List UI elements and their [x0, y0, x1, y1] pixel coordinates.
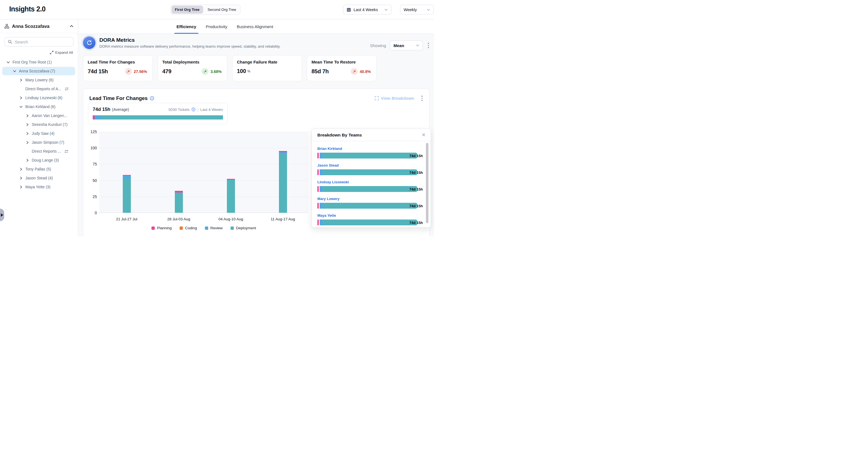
tree-item-label: Mary Lowery (6)	[25, 78, 54, 82]
team-name-link[interactable]: Maya Yette	[317, 213, 336, 217]
legend-item-planning[interactable]: Planning	[151, 226, 172, 230]
tree-item-label: Judy Saw (4)	[32, 131, 55, 136]
x-axis-label-11-aug-17-aug: 11 Aug-17 Aug	[260, 217, 305, 221]
legend-swatch-coding	[180, 227, 183, 230]
legend-item-deployment[interactable]: Deployment	[230, 226, 256, 230]
legend-item-review[interactable]: Review	[205, 226, 223, 230]
date-range-value: Last 4 Weeks	[353, 7, 378, 12]
org-tree: First Org Tree Root (1)Anna Scozzafava (…	[0, 58, 78, 191]
tree-item-aaron-van-langen[interactable]: Aaron Van Langen...	[2, 112, 75, 120]
tree-item-jason-stead-4[interactable]: Jason Stead (4)	[2, 174, 75, 182]
close-icon[interactable]: ✕	[422, 132, 426, 137]
tree-item-label: Direct Reports ...	[32, 149, 61, 153]
filter-sliders-icon[interactable]	[65, 87, 69, 91]
legend-label: Coding	[185, 226, 197, 230]
tree-item-sireesha-kunduri-7[interactable]: Sireesha Kunduri (7)	[2, 120, 75, 129]
legend-swatch-review	[205, 227, 208, 230]
tree-item-anna-scozzafava-7[interactable]: Anna Scozzafava (7)	[2, 67, 75, 75]
gridline-100	[99, 148, 308, 148]
dora-metrics-header: DORA Metrics DORA metrics measure softwa…	[83, 36, 281, 49]
chevron-right-icon	[20, 168, 23, 171]
y-axis-tick-50: 50	[88, 178, 97, 183]
chevron-right-icon	[26, 159, 29, 162]
view-breakdown-button[interactable]: View Breakdown	[375, 96, 414, 100]
team-bar-segment-review	[319, 186, 323, 192]
toggle-first-org-tree[interactable]: First Org Tree	[172, 6, 203, 13]
team-lead-time-bar: 74d 15h	[317, 153, 417, 158]
stacked-bar-11-aug-17-aug	[279, 151, 287, 213]
info-icon[interactable]	[191, 108, 195, 112]
gridline-125	[99, 132, 308, 132]
tree-item-label: Maya Yette (3)	[25, 185, 51, 189]
search-input[interactable]	[15, 39, 70, 44]
collapse-sidebar-chevron-up-icon[interactable]	[70, 24, 73, 28]
section-title: Lead Time For Changes	[89, 95, 148, 101]
metric-value: 479	[162, 68, 171, 75]
tree-item-label: Sireesha Kunduri (7)	[32, 122, 67, 127]
metric-card-mean-time-to-restore: Mean Time To Restore 85d 7h ↗40.8%	[307, 55, 377, 81]
showing-controls: Showing Mean	[370, 40, 430, 51]
bar-segment-deployment	[123, 179, 131, 213]
tree-item-mary-lowery-6[interactable]: Mary Lowery (6)	[2, 76, 75, 84]
team-name-link[interactable]: Brian Kirkland	[317, 147, 342, 151]
team-lead-time-value: 74d 15h	[409, 220, 423, 225]
gridline-50	[99, 180, 308, 181]
tree-item-lindsay-liszewski-8[interactable]: Lindsay Liszewski (8)	[2, 94, 75, 102]
metric-title: Lead Time For Changes	[88, 60, 148, 64]
date-range-select[interactable]: Last 4 Weeks	[343, 5, 392, 14]
average-phase-bar	[93, 115, 223, 119]
metric-value: 74d 15h	[88, 68, 108, 75]
avg-bar-segment-review	[95, 115, 100, 119]
metric-value: 85d 7h	[311, 68, 329, 75]
showing-label: Showing	[370, 43, 386, 48]
tree-item-jason-simpson-7[interactable]: Jason Simpson (7)	[2, 138, 75, 147]
dora-title: DORA Metrics	[99, 37, 281, 43]
breakdown-row-maya-yette: Maya Yette 74d 15h	[317, 213, 417, 225]
legend-item-coding[interactable]: Coding	[180, 226, 197, 230]
info-icon[interactable]	[150, 96, 154, 100]
tabs-bar: EfficiencyProductivityBusiness Alignment	[79, 20, 434, 34]
stacked-bar-04-aug-10-aug	[227, 179, 235, 213]
lead-time-kebab-menu-button[interactable]	[421, 94, 424, 102]
team-name-link[interactable]: Lindsay Liszewski	[317, 180, 349, 184]
team-lead-time-bar: 74d 15h	[317, 186, 417, 192]
average-label: (Average)	[112, 107, 129, 112]
legend-swatch-planning	[151, 227, 155, 230]
tab-efficiency[interactable]: Efficiency	[177, 20, 196, 34]
toggle-second-org-tree[interactable]: Second Org Tree	[204, 6, 240, 13]
tab-productivity[interactable]: Productivity	[206, 20, 227, 34]
tree-item-brian-kirkland-6[interactable]: Brian Kirkland (6)	[2, 102, 75, 111]
x-axis-line	[99, 212, 308, 213]
legend-label: Planning	[157, 226, 172, 230]
tab-business-alignment[interactable]: Business Alignment	[237, 20, 273, 34]
average-value: 74d 15h	[93, 107, 110, 112]
tree-item-judy-saw-4[interactable]: Judy Saw (4)	[2, 129, 75, 138]
legend-label: Deployment	[236, 226, 256, 230]
dora-kebab-menu-button[interactable]	[427, 41, 430, 49]
tree-item-tony-pallas-5[interactable]: Tony Pallas (5)	[2, 165, 75, 173]
team-lead-time-value: 74d 15h	[409, 153, 423, 158]
y-axis-tick-100: 100	[88, 146, 97, 150]
team-name-link[interactable]: Jason Stead	[317, 163, 339, 168]
panel-scrollbar-thumb[interactable]	[426, 143, 428, 223]
tree-item-maya-yette-3[interactable]: Maya Yette (3)	[2, 183, 75, 191]
expand-all-button[interactable]: Expand All	[0, 48, 78, 56]
tree-item-doug-lange-3[interactable]: Doug Lange (3)	[2, 156, 75, 164]
calendar-icon	[347, 7, 351, 12]
granularity-value: Weekly	[404, 7, 417, 12]
metric-card-change-failure-rate: Change Failure Rate 100 %	[232, 55, 302, 81]
aggregation-select[interactable]: Mean	[390, 40, 423, 51]
trend-value: 40.8%	[360, 69, 371, 74]
tree-item-first-org-tree-root-1[interactable]: First Org Tree Root (1)	[2, 58, 75, 66]
tree-item-direct-reports[interactable]: Direct Reports ...	[2, 147, 75, 155]
team-lead-time-bar: 74d 15h	[317, 169, 417, 175]
chevron-right-icon	[20, 96, 23, 99]
separator: |	[197, 108, 198, 112]
chevron-right-icon	[26, 132, 29, 135]
team-bar-segment-planning	[317, 203, 319, 209]
tree-item-direct-reports-of-a[interactable]: Direct Reports of A...	[2, 85, 75, 93]
granularity-select[interactable]: Weekly	[400, 5, 434, 14]
tree-item-label: Direct Reports of A...	[25, 87, 61, 91]
team-name-link[interactable]: Mary Lowery	[317, 197, 339, 201]
filter-sliders-icon[interactable]	[64, 150, 68, 153]
